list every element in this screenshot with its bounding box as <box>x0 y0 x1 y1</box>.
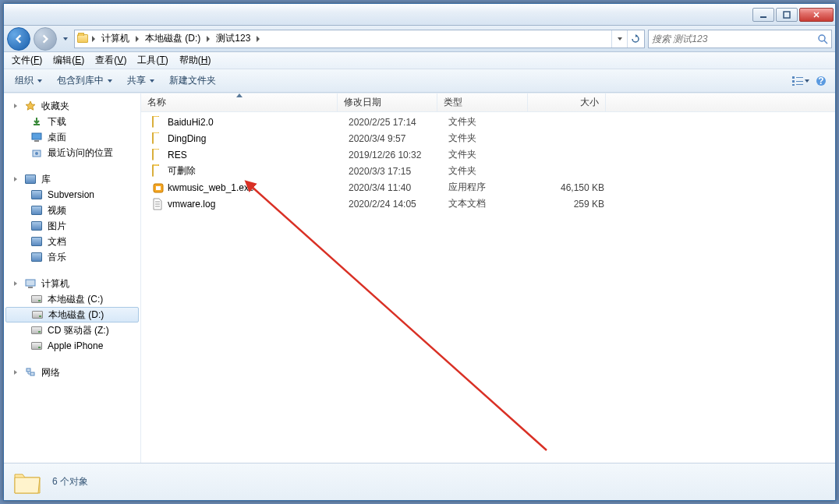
menu-f[interactable]: 文件(F) <box>7 52 47 69</box>
item-icon <box>30 220 43 232</box>
item-icon <box>30 189 43 201</box>
refresh-button[interactable] <box>627 30 643 48</box>
command-bar: 组织 包含到库中 共享 新建文件夹 ? <box>4 69 835 93</box>
search-box[interactable] <box>648 30 832 48</box>
file-icon <box>152 198 165 210</box>
sidebar-item-label: 文档 <box>48 235 66 248</box>
sidebar-item[interactable]: 图片 <box>4 218 140 234</box>
svg-rect-21 <box>156 186 161 190</box>
sidebar-item[interactable]: 桌面 <box>4 129 140 145</box>
svg-text:?: ? <box>818 76 823 86</box>
column-size[interactable]: 大小 <box>528 93 606 111</box>
menu-v[interactable]: 查看(V) <box>90 52 131 69</box>
help-button[interactable]: ? <box>812 72 830 90</box>
item-icon <box>31 308 44 321</box>
svg-rect-13 <box>34 140 39 142</box>
menu-h[interactable]: 帮助(H) <box>175 52 216 69</box>
sidebar-network-header[interactable]: 网络 <box>4 365 140 380</box>
file-row[interactable]: RES2019/12/26 10:32文件夹 <box>141 146 835 163</box>
sidebar-item[interactable]: 本地磁盘 (D:) <box>5 307 139 322</box>
navigation-pane[interactable]: 收藏夹 下载桌面最近访问的位置 库 Subversion视频图片文档音乐 计算机 <box>4 93 141 463</box>
sidebar-item[interactable]: 文档 <box>4 234 140 249</box>
sidebar-item[interactable]: Subversion <box>4 187 140 203</box>
explorer-window: 计算机 本地磁盘 (D:) 测试123 文件(F)编辑(E)查看(V)工具(T)… <box>3 3 836 501</box>
file-row[interactable]: 可删除2020/3/3 17:15文件夹 <box>141 163 835 179</box>
chevron-right-icon[interactable] <box>12 280 19 287</box>
svg-rect-12 <box>32 133 41 139</box>
sidebar-item[interactable]: CD 驱动器 (Z:) <box>4 322 140 338</box>
close-button[interactable] <box>799 8 834 22</box>
file-date: 2020/3/3 17:15 <box>342 166 442 177</box>
sidebar-item[interactable]: 本地磁盘 (C:) <box>4 291 140 307</box>
titlebar[interactable] <box>4 4 835 26</box>
file-type: 文本文档 <box>442 197 533 210</box>
svg-rect-17 <box>28 287 33 288</box>
column-name[interactable]: 名称 <box>141 93 338 111</box>
file-row[interactable]: kwmusic_web_1.exe2020/3/4 11:40应用程序46,15… <box>141 179 835 196</box>
file-row[interactable]: DingDing2020/3/4 9:57文件夹 <box>141 130 835 146</box>
menu-e[interactable]: 编辑(E) <box>48 52 89 69</box>
sidebar-item[interactable]: 音乐 <box>4 249 140 265</box>
svg-rect-18 <box>27 368 30 372</box>
breadcrumb-folder[interactable]: 测试123 <box>213 30 253 48</box>
sidebar-favorites-header[interactable]: 收藏夹 <box>4 98 140 114</box>
breadcrumb-separator[interactable] <box>133 36 142 42</box>
chevron-right-icon[interactable] <box>12 175 19 183</box>
search-input[interactable] <box>652 33 814 44</box>
column-date[interactable]: 修改日期 <box>338 93 437 111</box>
share-button[interactable]: 共享 <box>121 71 161 90</box>
sidebar-item[interactable]: Apple iPhone <box>4 338 140 354</box>
file-date: 2020/2/24 14:05 <box>342 199 442 210</box>
svg-rect-3 <box>792 76 795 79</box>
chevron-right-icon[interactable] <box>12 368 19 376</box>
file-name: 可删除 <box>168 164 196 178</box>
svg-rect-11 <box>34 124 40 125</box>
organize-button[interactable]: 组织 <box>9 71 49 90</box>
file-size: 259 KB <box>533 199 611 210</box>
svg-point-2 <box>819 35 825 41</box>
menu-t[interactable]: 工具(T) <box>133 52 172 69</box>
breadcrumb-separator[interactable] <box>253 36 263 42</box>
star-icon <box>24 100 37 112</box>
library-icon <box>24 173 37 185</box>
folder-icon <box>76 33 89 45</box>
minimize-button[interactable] <box>752 8 774 22</box>
view-options-button[interactable] <box>791 72 810 90</box>
sidebar-libraries-header[interactable]: 库 <box>4 171 140 187</box>
sidebar-computer-header[interactable]: 计算机 <box>4 276 140 291</box>
item-icon <box>30 324 43 337</box>
sidebar-item[interactable]: 视频 <box>4 203 140 218</box>
file-row[interactable]: BaiduHi2.02020/2/25 17:14文件夹 <box>141 114 835 130</box>
sidebar-item[interactable]: 最近访问的位置 <box>4 145 140 160</box>
breadcrumb-drive[interactable]: 本地磁盘 (D:) <box>142 30 204 48</box>
sidebar-item[interactable]: 下载 <box>4 114 140 129</box>
recent-locations-dropdown[interactable] <box>60 30 71 48</box>
maximize-button[interactable] <box>776 8 798 22</box>
file-type: 文件夹 <box>442 164 533 178</box>
file-icon <box>152 132 165 145</box>
column-type[interactable]: 类型 <box>437 93 528 111</box>
file-list[interactable]: BaiduHi2.02020/2/25 17:14文件夹DingDing2020… <box>141 112 835 463</box>
file-row[interactable]: vmware.log2020/2/24 14:05文本文档259 KB <box>141 196 835 212</box>
file-date: 2020/3/4 9:57 <box>342 133 442 144</box>
file-icon <box>152 116 165 129</box>
address-bar[interactable]: 计算机 本地磁盘 (D:) 测试123 <box>74 30 645 48</box>
back-button[interactable] <box>7 27 30 51</box>
new-folder-button[interactable]: 新建文件夹 <box>163 71 222 90</box>
file-type: 文件夹 <box>442 132 533 145</box>
file-icon <box>152 182 165 194</box>
svg-rect-1 <box>784 12 790 18</box>
breadcrumb-separator[interactable] <box>89 36 98 42</box>
sidebar-item-label: 视频 <box>48 204 66 217</box>
svg-rect-4 <box>792 80 795 83</box>
sidebar-computer-label: 计算机 <box>41 277 69 291</box>
file-name: DingDing <box>168 133 206 144</box>
breadcrumb-separator[interactable] <box>204 36 213 42</box>
chevron-right-icon[interactable] <box>12 102 19 110</box>
breadcrumb-computer[interactable]: 计算机 <box>98 30 133 48</box>
include-in-library-button[interactable]: 包含到库中 <box>51 71 119 90</box>
sidebar-favorites-label: 收藏夹 <box>41 100 69 113</box>
address-dropdown-button[interactable] <box>611 30 627 48</box>
explorer-body: 收藏夹 下载桌面最近访问的位置 库 Subversion视频图片文档音乐 计算机 <box>4 93 835 463</box>
forward-button[interactable] <box>34 27 57 51</box>
